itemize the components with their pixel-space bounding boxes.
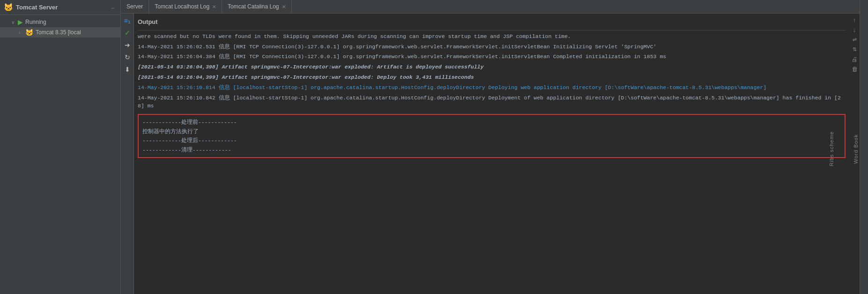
tree-item-running[interactable]: ∨ ▶ Running bbox=[0, 17, 120, 27]
highlighted-line-0: ------------处理前------------ bbox=[142, 118, 841, 127]
highlighted-line-3: ------------清理------------ bbox=[142, 145, 841, 155]
sidebar-title: Tomcat Server bbox=[16, 4, 58, 11]
log-line-1: 14-May-2021 15:26:02.531 信息 [RMI TCP Con… bbox=[138, 43, 846, 51]
far-right-panel: Word Book Ribs scheme bbox=[860, 0, 868, 294]
scroll-up-btn[interactable]: ↑ bbox=[850, 15, 859, 24]
log-line-6: 14-May-2021 15:26:10.842 信息 [localhost-s… bbox=[138, 94, 846, 111]
log-line-3: [2021-05-14 03:26:04,398] Artifact sprin… bbox=[138, 63, 846, 71]
tomcat-icon: 🐱 bbox=[25, 29, 33, 36]
tab-localhost-close-icon[interactable]: ✕ bbox=[212, 4, 216, 9]
log-content-top: were scanned but no TLDs were found in t… bbox=[138, 32, 846, 111]
log-line-5: 14-May-2021 15:26:10.814 信息 [localhost-s… bbox=[138, 83, 846, 92]
sidebar-tree: ∨ ▶ Running › 🐱 Tomcat 8.35 [local bbox=[0, 15, 120, 294]
tree-item-tomcat[interactable]: › 🐱 Tomcat 8.35 [local bbox=[0, 27, 120, 38]
tab-catalina-log-label: Tomcat Catalina Log bbox=[228, 3, 279, 10]
tab-localhost-log-label: Tomcat Localhost Log bbox=[155, 3, 209, 10]
tomcat-server-icon: 🐱 bbox=[4, 3, 13, 12]
arrow-running: ∨ bbox=[11, 20, 18, 25]
delete-btn[interactable]: 🗑 bbox=[850, 65, 859, 73]
log-line-4: [2021-05-14 03:26:04,399] Artifact sprin… bbox=[138, 73, 846, 82]
highlighted-line-2: ------------处理后------------ bbox=[142, 136, 841, 145]
highlighted-section: ------------处理前------------ 控制器中的方法执行了 -… bbox=[138, 114, 846, 158]
rerun-btn[interactable]: ⇌ bbox=[850, 35, 859, 44]
sidebar-collapse-btn[interactable]: – bbox=[109, 4, 117, 11]
arrow-tomcat: › bbox=[19, 30, 25, 35]
sort-btn[interactable]: ⇅ bbox=[850, 45, 859, 53]
toolbar-filter-btn[interactable]: ≡₁ bbox=[122, 15, 133, 26]
highlighted-line-1: 控制器中的方法执行了 bbox=[142, 127, 841, 136]
running-label: Running bbox=[25, 19, 46, 25]
toolbar-download-btn[interactable]: ⬇ bbox=[122, 64, 133, 75]
ribs-scheme-label[interactable]: Ribs scheme bbox=[829, 131, 834, 166]
scroll-down-btn[interactable]: ↓ bbox=[850, 25, 859, 34]
tabs-header: Server Tomcat Localhost Log ✕ Tomcat Cat… bbox=[121, 0, 860, 14]
toolbar-arrow-right-btn[interactable]: ➜ bbox=[122, 40, 133, 50]
output-area: ≡₁ ✓ ➜ ↻ ⬇ Output were scanned but no TL… bbox=[121, 14, 860, 294]
tab-localhost-log[interactable]: Tomcat Localhost Log ✕ bbox=[149, 0, 222, 13]
output-content[interactable]: Output were scanned but no TLDs were fou… bbox=[134, 14, 849, 294]
sidebar: 🐱 Tomcat Server – ∨ ▶ Running › 🐱 Tomcat… bbox=[0, 0, 121, 294]
running-icon: ▶ bbox=[18, 18, 23, 26]
output-toolbar: ≡₁ ✓ ➜ ↻ ⬇ bbox=[121, 14, 134, 294]
tomcat-label: Tomcat 8.35 [local bbox=[36, 29, 81, 36]
output-header: Output bbox=[138, 15, 846, 30]
tab-catalina-log[interactable]: Tomcat Catalina Log ✕ bbox=[222, 0, 291, 13]
log-section-top: were scanned but no TLDs were found in t… bbox=[138, 32, 846, 111]
log-line-2: 14-May-2021 15:26:04.384 信息 [RMI TCP Con… bbox=[138, 53, 846, 61]
tab-server[interactable]: Server bbox=[121, 0, 149, 13]
toolbar-refresh-btn[interactable]: ↻ bbox=[122, 52, 133, 62]
sidebar-controls: – bbox=[109, 4, 117, 11]
tab-server-label: Server bbox=[126, 3, 143, 10]
sidebar-header: 🐱 Tomcat Server – bbox=[0, 0, 120, 15]
print-btn[interactable]: 🖨 bbox=[850, 55, 859, 63]
log-line-0: were scanned but no TLDs were found in t… bbox=[138, 32, 846, 41]
tab-catalina-close-icon[interactable]: ✕ bbox=[282, 4, 286, 9]
main-panel: Server Tomcat Localhost Log ✕ Tomcat Cat… bbox=[121, 0, 860, 294]
toolbar-checkmark-btn[interactable]: ✓ bbox=[122, 28, 133, 38]
word-book-label[interactable]: Word Book bbox=[853, 134, 859, 164]
